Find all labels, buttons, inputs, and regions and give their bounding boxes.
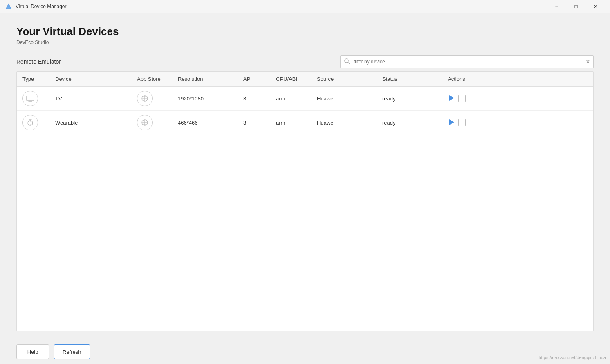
cell-device: Wearable <box>49 111 131 135</box>
cell-api: 3 <box>238 111 270 135</box>
watch-icon <box>22 115 38 130</box>
appstore-icon <box>137 91 152 106</box>
main-content: Your Virtual Devices DevEco Studio Remot… <box>0 13 610 339</box>
maximize-button[interactable]: □ <box>567 0 585 13</box>
cell-api: 3 <box>238 87 270 111</box>
cell-type <box>17 111 49 135</box>
svg-point-14 <box>29 122 31 124</box>
stop-button[interactable] <box>458 95 466 102</box>
cell-status: ready <box>377 87 442 111</box>
watermark: https://qa.csdn.net/dengqiuzhihua <box>538 355 606 360</box>
search-input[interactable] <box>340 55 594 68</box>
col-actions: Actions <box>442 72 593 87</box>
search-icon <box>344 58 350 65</box>
close-button[interactable]: ✕ <box>586 0 605 13</box>
actions-container <box>448 94 588 103</box>
page-title: Your Virtual Devices <box>16 25 594 38</box>
play-button[interactable] <box>448 118 455 127</box>
cell-type <box>17 87 49 111</box>
cell-status: ready <box>377 111 442 135</box>
table-row: Wearable 466*4663armHuaweiready <box>17 111 593 135</box>
refresh-button[interactable]: Refresh <box>54 344 90 359</box>
svg-line-3 <box>348 62 350 64</box>
cell-resolution: 466*466 <box>172 111 238 135</box>
cell-appstore <box>131 87 172 111</box>
app-logo <box>5 3 12 10</box>
device-table: Type Device App Store Resolution API CPU… <box>17 72 593 134</box>
svg-marker-22 <box>449 119 454 125</box>
stop-button[interactable] <box>458 119 466 126</box>
col-device: Device <box>49 72 131 87</box>
titlebar: Virtual Device Manager − □ ✕ <box>0 0 610 13</box>
table-row: TV 1920*10803armHuaweiready <box>17 87 593 111</box>
device-table-container: Type Device App Store Resolution API CPU… <box>16 71 594 331</box>
status-badge: ready <box>382 120 396 126</box>
window-controls: − □ ✕ <box>547 0 605 13</box>
svg-point-13 <box>28 121 33 125</box>
svg-marker-12 <box>449 95 454 101</box>
col-resolution: Resolution <box>172 72 238 87</box>
search-container: ✕ <box>340 55 594 68</box>
section-header: Remote Emulator ✕ <box>16 55 594 68</box>
cell-appstore <box>131 111 172 135</box>
cell-source: Huawei <box>311 87 377 111</box>
page-subtitle: DevEco Studio <box>16 40 594 45</box>
col-appstore: App Store <box>131 72 172 87</box>
status-badge: ready <box>382 96 396 102</box>
cell-resolution: 1920*1080 <box>172 87 238 111</box>
col-type: Type <box>17 72 49 87</box>
tv-icon <box>22 91 38 106</box>
cell-device: TV <box>49 87 131 111</box>
bottom-bar: Help Refresh <box>0 339 610 364</box>
appstore-icon <box>137 115 152 130</box>
table-header-row: Type Device App Store Resolution API CPU… <box>17 72 593 87</box>
search-clear-button[interactable]: ✕ <box>585 58 590 65</box>
col-api: API <box>238 72 270 87</box>
cell-cpuabi: arm <box>270 111 311 135</box>
col-status: Status <box>377 72 442 87</box>
titlebar-title: Virtual Device Manager <box>16 4 547 9</box>
play-button[interactable] <box>448 94 455 103</box>
cell-source: Huawei <box>311 111 377 135</box>
col-source: Source <box>311 72 377 87</box>
cell-actions <box>442 87 593 111</box>
svg-rect-4 <box>27 96 34 101</box>
actions-container <box>448 118 588 127</box>
cell-actions <box>442 111 593 135</box>
minimize-button[interactable]: − <box>547 0 566 13</box>
cell-cpuabi: arm <box>270 87 311 111</box>
help-button[interactable]: Help <box>16 344 49 359</box>
section-title: Remote Emulator <box>16 58 61 65</box>
col-cpuabi: CPU/ABI <box>270 72 311 87</box>
